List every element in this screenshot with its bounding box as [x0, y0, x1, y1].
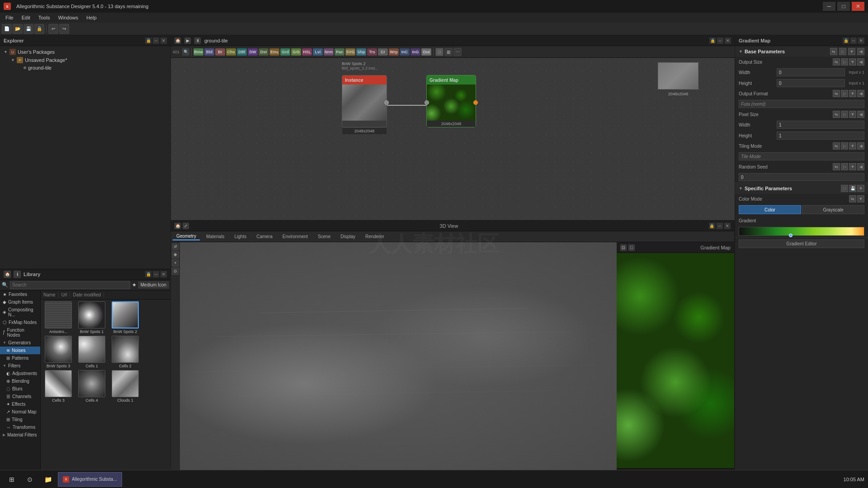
- tm-btn1[interactable]: ⇆: [833, 142, 840, 150]
- instance-node[interactable]: Instance 2048x2048: [342, 75, 387, 127]
- tm-btn2[interactable]: ▷: [841, 142, 848, 150]
- lib-transforms[interactable]: ↔Transforms: [0, 423, 40, 431]
- lib-item-cells4[interactable]: Cells 4: [76, 370, 108, 403]
- base-params-link3[interactable]: ▼: [848, 48, 855, 55]
- 3d-zoom-in[interactable]: +: [172, 259, 179, 267]
- of-btn2[interactable]: ▷: [841, 90, 848, 97]
- right-close[interactable]: ✕: [858, 38, 864, 44]
- unsaved-package[interactable]: ▼ P Unsaved Package*: [9, 56, 169, 64]
- lib-item-bwspots3[interactable]: BnW Spots 3: [42, 336, 74, 368]
- seed-input[interactable]: [739, 173, 864, 181]
- size-selector[interactable]: Medium Icon: [138, 282, 169, 288]
- lib-generators[interactable]: ▼Generators: [0, 339, 40, 347]
- lib-graph-items[interactable]: ◆Graph Items: [0, 298, 40, 306]
- graph-view1[interactable]: □: [435, 48, 443, 56]
- 3d-close[interactable]: ✕: [724, 223, 731, 229]
- gm-preview-btn1[interactable]: ⊡: [620, 244, 627, 251]
- lib-material-filters[interactable]: ▶Material Filters: [0, 431, 40, 439]
- toolbar-save[interactable]: 💾: [24, 24, 33, 34]
- start-button[interactable]: ⊞: [4, 472, 20, 487]
- base-params-header[interactable]: ▼ Base Parameters ⇆ ▷ ▼ ◀: [735, 46, 868, 57]
- gradient-bar[interactable]: [739, 227, 864, 236]
- graph-pause[interactable]: ⏸: [194, 38, 201, 44]
- lib-item-bwspots1[interactable]: BnW Spots 1: [76, 301, 108, 334]
- graph-minimize[interactable]: ─: [717, 38, 723, 44]
- sp-btn1[interactable]: ⬡: [841, 185, 848, 192]
- tab-lights[interactable]: Lights: [231, 233, 250, 240]
- tag-br[interactable]: Br: [215, 48, 225, 56]
- output-size-btn3[interactable]: ▼: [849, 58, 856, 66]
- minimize-button[interactable]: ─: [823, 2, 835, 11]
- of-btn4[interactable]: ◀: [857, 90, 864, 97]
- rs-btn4[interactable]: ◀: [857, 163, 864, 170]
- lib-normal-map[interactable]: ↗Normal Map: [0, 408, 40, 416]
- packages-header[interactable]: ▼ U User's Packages: [2, 48, 169, 56]
- tab-renderer[interactable]: Renderer: [362, 233, 388, 240]
- 3d-terrain-view[interactable]: ↺ ✥ + ⊙: [171, 242, 617, 478]
- tag-lvi[interactable]: Lvi: [313, 48, 323, 56]
- tag-grb[interactable]: Grb: [291, 48, 301, 56]
- lib-item-bwspots2[interactable]: BnW Spots 2: [109, 301, 141, 334]
- lib-item-cells2[interactable]: Cells 2: [109, 336, 141, 368]
- base-params-link1[interactable]: ⇆: [830, 48, 837, 55]
- tab-camera[interactable]: Camera: [253, 233, 276, 240]
- rs-btn2[interactable]: ▷: [841, 163, 848, 170]
- graph-play[interactable]: ▶: [184, 38, 191, 44]
- tm-btn3[interactable]: ▼: [849, 142, 856, 150]
- ps-btn1[interactable]: ⇆: [833, 111, 840, 118]
- of-btn3[interactable]: ▼: [849, 90, 856, 97]
- graph-home[interactable]: 🏠: [175, 38, 181, 44]
- ps-btn2[interactable]: ▷: [841, 111, 848, 118]
- graph-more[interactable]: ⋯: [453, 48, 462, 56]
- 3d-pan[interactable]: ✥: [172, 251, 179, 258]
- tab-geometry[interactable]: Geometry: [173, 233, 200, 240]
- 3d-minimize[interactable]: ─: [717, 223, 723, 229]
- lib-adjustments[interactable]: ◐Adjustments: [0, 370, 40, 377]
- 3d-reset[interactable]: ⊙: [172, 267, 179, 275]
- tm-btn4[interactable]: ◀: [857, 142, 864, 150]
- tag-bme[interactable]: Bme: [193, 48, 203, 56]
- library-lock[interactable]: 🔒: [145, 271, 151, 277]
- lib-function[interactable]: ƒFunction Nodes: [0, 326, 40, 339]
- explorer-lock[interactable]: 🔒: [145, 38, 151, 44]
- explorer-close[interactable]: ✕: [160, 38, 167, 44]
- toolbar-new[interactable]: 📄: [2, 24, 12, 34]
- output-size-btn4[interactable]: ◀: [857, 58, 864, 66]
- output-size-btn1[interactable]: ⇆: [833, 58, 840, 66]
- base-params-link2[interactable]: ▷: [839, 48, 846, 55]
- menu-windows[interactable]: Windows: [54, 14, 82, 21]
- toolbar-save-all[interactable]: 🔒: [34, 24, 44, 34]
- gradient-map-image[interactable]: [617, 253, 734, 468]
- of-btn1[interactable]: ⇆: [833, 90, 840, 97]
- width-input[interactable]: [777, 68, 845, 76]
- ground-tile-item[interactable]: ground-tile: [9, 64, 169, 71]
- lib-item-cells1[interactable]: Cells 1: [76, 336, 108, 368]
- ps-btn3[interactable]: ▼: [849, 111, 856, 118]
- lib-blurs[interactable]: ◌Blurs: [0, 385, 40, 393]
- tag-out[interactable]: Out: [421, 48, 431, 56]
- menu-edit[interactable]: Edit: [18, 14, 34, 21]
- gradient-stop-1[interactable]: [789, 234, 793, 237]
- tag-wrp[interactable]: Wrp: [389, 48, 399, 56]
- lib-item-clouds1[interactable]: Clouds 1: [109, 370, 141, 403]
- lib-patterns[interactable]: ⊞Patterns: [0, 354, 40, 362]
- tiling-value[interactable]: Tile Mode: [739, 152, 864, 160]
- lib-item-aniso[interactable]: Anisotro...: [42, 301, 74, 334]
- close-button[interactable]: ✕: [852, 2, 864, 11]
- cm-btn2[interactable]: ▼: [857, 195, 864, 202]
- task-view[interactable]: ⊙: [22, 472, 38, 487]
- library-minimize[interactable]: ─: [153, 271, 159, 277]
- toolbar-undo[interactable]: ↩: [48, 24, 58, 34]
- tab-materials[interactable]: Materials: [203, 233, 228, 240]
- tag-inc[interactable]: InC: [400, 48, 410, 56]
- menu-help[interactable]: Help: [83, 14, 100, 21]
- specific-params-header[interactable]: ▼ Specific Parameters ⬡ 💾 ▼: [735, 183, 868, 194]
- right-minimize[interactable]: ─: [850, 38, 857, 44]
- tag-pac[interactable]: Pac: [335, 48, 344, 56]
- library-search-input[interactable]: [10, 281, 130, 289]
- toolbar-open[interactable]: 📂: [13, 24, 23, 34]
- lib-channels[interactable]: ☰Channels: [0, 393, 40, 400]
- lib-compositing[interactable]: ◈Compositing N...: [0, 306, 40, 319]
- lib-filters[interactable]: ▼Filters: [0, 362, 40, 370]
- lib-effects[interactable]: ✦Effects: [0, 400, 40, 408]
